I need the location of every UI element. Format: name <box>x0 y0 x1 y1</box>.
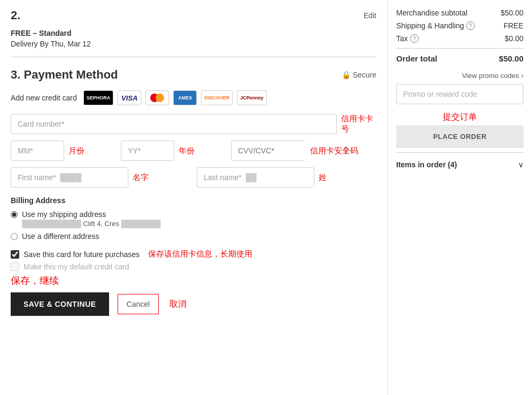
date-cvv-row: 月份 年份 ? 信用卡安全码 <box>11 141 376 161</box>
chevron-down-icon: ∨ <box>518 160 523 169</box>
order-total-row: Order total $50.00 <box>396 54 523 63</box>
add-card-row: Add new credit card SEPHORA VISA AMEX DI… <box>11 90 376 105</box>
merchandise-label: Merchandise subtotal <box>396 9 467 17</box>
tax-value: $0.00 <box>505 34 523 43</box>
default-card-option[interactable]: Make this my default credit card <box>11 262 376 271</box>
tax-row: Tax ? $0.00 <box>396 34 523 43</box>
shipping-label: Shipping & Handling ? <box>396 21 475 30</box>
first-name-wrap: First name* ████ 名字 <box>11 167 190 188</box>
button-row: SAVE & CONTINUE Cancel 取消 <box>11 292 376 316</box>
card-number-annotation: 信用卡卡号 <box>341 114 377 134</box>
mm-annotation: 月份 <box>68 146 84 156</box>
items-in-order[interactable]: Items in order (4) ∨ <box>396 152 523 169</box>
delivery-section: 2. Edit FREE – Standard Delivery By Thu,… <box>11 9 376 57</box>
shipping-type: FREE – Standard <box>11 29 376 37</box>
yy-wrap: 年份 <box>121 141 225 161</box>
mm-wrap: 月份 <box>11 141 114 161</box>
sephora-brand: SEPHORA <box>83 90 114 105</box>
radio-different-input[interactable] <box>11 233 18 240</box>
save-card-annotation: 保存该信用卡信息，长期使用 <box>148 249 252 259</box>
items-label: Items in order (4) <box>396 160 457 169</box>
shipping-help-icon[interactable]: ? <box>466 21 475 30</box>
save-continue-button[interactable]: SAVE & CONTINUE <box>11 292 109 316</box>
visa-brand: VISA <box>118 90 141 105</box>
save-card-label: Save this card for future purchases <box>24 250 140 259</box>
cvv-annotation: 信用卡安全码 <box>310 146 358 156</box>
order-total-value: $50.00 <box>499 54 523 63</box>
first-name-annotation: 名字 <box>133 173 149 183</box>
jcpenney-brand: JCPenney <box>237 90 267 105</box>
radio-use-shipping[interactable]: Use my shipping address ████████████ Cli… <box>11 210 376 228</box>
radio-different-address[interactable]: Use a different address <box>11 232 376 241</box>
chevron-right-icon: › <box>521 72 523 80</box>
card-number-group: 信用卡卡号 <box>11 114 376 134</box>
lock-icon: 🔒 <box>342 71 351 79</box>
promo-input[interactable] <box>396 84 523 104</box>
address-text: ████████████ Clift 4, Cres ████████ <box>22 220 160 228</box>
payment-title: 3. Payment Method <box>11 68 118 82</box>
amex-brand: AMEX <box>173 90 197 105</box>
save-card-option[interactable]: Save this card for future purchases 保存该信… <box>11 249 376 259</box>
save-card-checkbox[interactable] <box>11 250 19 259</box>
default-card-label: Make this my default credit card <box>24 262 129 271</box>
promo-link[interactable]: View promo codes › <box>396 72 523 80</box>
cvv-wrap: ? 信用卡安全码 <box>231 141 376 161</box>
shipping-value: FREE <box>504 21 523 30</box>
order-total-label: Order total <box>396 54 437 63</box>
yy-input[interactable] <box>121 141 174 161</box>
order-summary-sidebar: Merchandise subtotal $50.00 Shipping & H… <box>388 0 532 395</box>
cancel-button[interactable]: Cancel <box>118 294 159 314</box>
card-number-input[interactable] <box>11 114 337 134</box>
merchandise-value: $50.00 <box>500 9 523 17</box>
merchandise-row: Merchandise subtotal $50.00 <box>396 9 523 17</box>
discover-brand: DISCOVER <box>201 90 233 105</box>
radio-different-label: Use a different address <box>22 232 99 241</box>
delivery-title: 2. <box>11 9 20 22</box>
yy-annotation: 年份 <box>179 146 195 156</box>
place-order-button[interactable]: PLACE ORDER <box>396 125 523 148</box>
default-card-checkbox[interactable] <box>11 262 19 271</box>
tax-label: Tax ? <box>396 34 419 43</box>
mm-input[interactable] <box>11 141 64 161</box>
radio-shipping-input[interactable] <box>11 211 18 218</box>
payment-section: 3. Payment Method 🔒 Secure Add new credi… <box>11 68 376 316</box>
mastercard-brand <box>145 90 169 105</box>
save-annotation: 保存，继续 <box>11 274 376 287</box>
tax-help-icon[interactable]: ? <box>410 34 419 43</box>
add-card-label: Add new credit card <box>11 94 77 102</box>
shipping-row: Shipping & Handling ? FREE <box>396 21 523 30</box>
delivery-edit-link[interactable]: Edit <box>364 11 376 20</box>
billing-section: Billing Address Use my shipping address … <box>11 196 376 241</box>
last-name-wrap: Last name* ██ 姓 <box>197 167 376 188</box>
cancel-annotation: 取消 <box>169 299 187 310</box>
billing-title: Billing Address <box>11 196 376 205</box>
secure-label: 🔒 Secure <box>342 71 376 79</box>
delivery-date: Delivery By Thu, Mar 12 <box>11 40 376 48</box>
place-order-chinese: 提交订单 <box>396 112 523 123</box>
last-name-annotation: 姓 <box>319 173 327 183</box>
radio-shipping-label: Use my shipping address <box>22 210 160 219</box>
name-row: First name* ████ 名字 Last name* ██ 姓 <box>11 167 376 188</box>
